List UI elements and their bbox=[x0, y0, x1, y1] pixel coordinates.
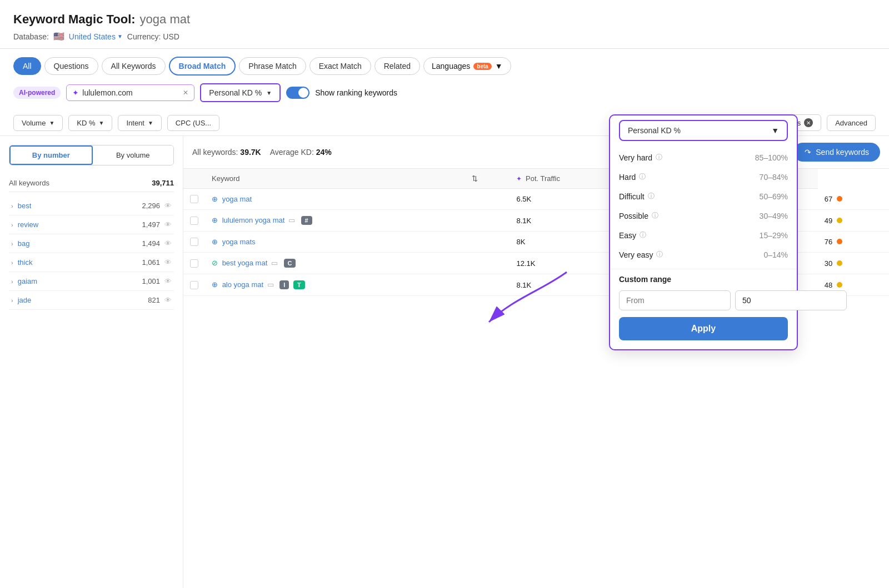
kd-dropdown-label: Personal KD % bbox=[209, 88, 262, 97]
keyword-link[interactable]: yoga mats bbox=[222, 238, 256, 246]
info-icon[interactable]: ⓘ bbox=[648, 192, 655, 201]
currency-label: Currency: USD bbox=[127, 32, 179, 41]
sidebar: By number By volume All keywords 39,711 … bbox=[0, 136, 183, 588]
expand-icon: › bbox=[11, 240, 13, 247]
kd-select-button[interactable]: Personal KD % ▼ bbox=[619, 120, 788, 141]
sparkle-icon: ✦ bbox=[516, 175, 522, 183]
kd-filter-chevron-icon: ▼ bbox=[99, 120, 104, 126]
all-keywords-count: 39.7K bbox=[240, 148, 261, 157]
keyword-col-label: Keyword bbox=[212, 174, 240, 183]
kd-options-list: Very hard ⓘ 85–100% Hard ⓘ 70–84% Diffic… bbox=[610, 143, 797, 269]
eye-icon[interactable]: 👁 bbox=[164, 258, 172, 267]
sidebar-item-best[interactable]: › best 2,296 👁 bbox=[9, 197, 174, 215]
tab-all-keywords[interactable]: All Keywords bbox=[102, 57, 166, 75]
chevron-down-icon: ▼ bbox=[117, 33, 123, 39]
sidebar-item-review[interactable]: › review 1,497 👁 bbox=[9, 215, 174, 234]
range-to-input[interactable] bbox=[735, 290, 847, 310]
intent-filter[interactable]: Intent ▼ bbox=[118, 115, 161, 131]
eye-icon[interactable]: 👁 bbox=[164, 277, 172, 285]
eye-icon[interactable]: 👁 bbox=[164, 202, 172, 210]
kd-dot bbox=[837, 282, 842, 288]
exclude-x-icon[interactable]: ✕ bbox=[804, 118, 813, 127]
eye-icon[interactable]: 👁 bbox=[164, 220, 172, 229]
add-icon[interactable]: ⊕ bbox=[212, 238, 218, 246]
kd-dropdown-trigger[interactable]: Personal KD % ▼ bbox=[200, 83, 281, 102]
header: Keyword Magic Tool: yoga mat Database: 🇺… bbox=[0, 0, 889, 48]
tab-questions[interactable]: Questions bbox=[44, 57, 98, 75]
kd-cell: 67 bbox=[818, 189, 889, 210]
domain-input[interactable] bbox=[82, 88, 179, 97]
row-checkbox[interactable] bbox=[190, 259, 198, 268]
info-icon[interactable]: ⓘ bbox=[640, 230, 646, 240]
expand-icon: › bbox=[11, 203, 13, 209]
keyword-link[interactable]: best yoga mat bbox=[222, 259, 268, 267]
send-keywords-button[interactable]: ↷ Send keywords bbox=[793, 143, 880, 162]
add-icon[interactable]: ⊕ bbox=[212, 195, 218, 203]
info-icon[interactable]: ⓘ bbox=[639, 172, 646, 182]
kd-label: KD % bbox=[77, 119, 95, 127]
by-volume-button[interactable]: By volume bbox=[93, 145, 174, 165]
kd-option-label: Possible ⓘ bbox=[619, 211, 658, 220]
domain-search-box[interactable]: ✦ ✕ bbox=[66, 84, 194, 101]
database-country: United States bbox=[69, 32, 116, 41]
col-checkbox bbox=[183, 169, 205, 189]
custom-range-title: Custom range bbox=[619, 275, 788, 284]
tab-broad-match[interactable]: Broad Match bbox=[169, 57, 236, 76]
kd-option-label: Easy ⓘ bbox=[619, 230, 646, 240]
kd-filter[interactable]: KD % ▼ bbox=[68, 115, 112, 131]
tab-related[interactable]: Related bbox=[374, 57, 420, 75]
kd-option-label: Hard ⓘ bbox=[619, 172, 646, 182]
range-from-input[interactable] bbox=[619, 290, 731, 310]
tab-phrase-match[interactable]: Phrase Match bbox=[239, 57, 306, 75]
toolbar: AI-powered ✦ ✕ Personal KD % ▼ Show rank… bbox=[0, 76, 889, 110]
apply-button[interactable]: Apply bbox=[619, 317, 788, 340]
info-icon[interactable]: ⓘ bbox=[656, 153, 662, 162]
kd-cell: 30 bbox=[818, 253, 889, 274]
kd-value: 48 bbox=[825, 281, 832, 289]
by-number-button[interactable]: By number bbox=[9, 145, 93, 165]
row-checkbox[interactable] bbox=[190, 195, 198, 203]
kd-option-difficult[interactable]: Difficult ⓘ 50–69% bbox=[610, 187, 797, 206]
keyword-link[interactable]: alo yoga mat bbox=[222, 280, 263, 289]
row-checkbox[interactable] bbox=[190, 238, 198, 246]
sort-icon[interactable]: ⇅ bbox=[472, 174, 478, 183]
sidebar-item-gaiam[interactable]: › gaiam 1,001 👁 bbox=[9, 272, 174, 291]
tabs-row: All Questions All Keywords Broad Match P… bbox=[0, 49, 889, 76]
keyword-link[interactable]: lululemon yoga mat bbox=[222, 216, 285, 224]
database-link[interactable]: United States ▼ bbox=[69, 32, 123, 41]
volume-filter[interactable]: Volume ▼ bbox=[13, 115, 63, 131]
info-icon[interactable]: ⓘ bbox=[652, 211, 658, 220]
kd-option-easy[interactable]: Easy ⓘ 15–29% bbox=[610, 225, 797, 245]
add-icon[interactable]: ⊕ bbox=[212, 216, 218, 224]
sidebar-item-jade[interactable]: › jade 821 👁 bbox=[9, 291, 174, 310]
tab-all[interactable]: All bbox=[13, 57, 41, 75]
row-checkbox[interactable] bbox=[190, 281, 198, 289]
add-icon[interactable]: ⊕ bbox=[212, 280, 218, 289]
kd-value: 30 bbox=[825, 259, 832, 268]
info-icon[interactable]: ⓘ bbox=[656, 250, 663, 259]
close-icon[interactable]: ✕ bbox=[183, 89, 188, 97]
advanced-label: Advanced bbox=[835, 119, 867, 127]
keyword-link[interactable]: yoga mat bbox=[222, 195, 252, 203]
eye-icon[interactable]: 👁 bbox=[164, 296, 172, 304]
tab-exact-match[interactable]: Exact Match bbox=[309, 57, 371, 75]
tag-t: T bbox=[293, 280, 305, 289]
sparkle-icon: ✦ bbox=[72, 88, 79, 97]
kd-option-label: Difficult ⓘ bbox=[619, 192, 655, 201]
sidebar-item-bag[interactable]: › bag 1,494 👁 bbox=[9, 234, 174, 253]
kd-option-very-easy[interactable]: Very easy ⓘ 0–14% bbox=[610, 245, 797, 264]
intent-label: Intent bbox=[126, 119, 144, 127]
eye-icon[interactable]: 👁 bbox=[164, 239, 172, 248]
sidebar-item-count: 1,497 bbox=[142, 220, 160, 229]
tab-languages[interactable]: Languages beta ▼ bbox=[423, 57, 511, 75]
advanced-button[interactable]: Advanced bbox=[827, 115, 876, 131]
kd-option-very-hard[interactable]: Very hard ⓘ 85–100% bbox=[610, 148, 797, 167]
row-checkbox[interactable] bbox=[190, 217, 198, 225]
cpc-filter[interactable]: CPC (US... bbox=[167, 115, 219, 131]
sidebar-item-label: bag bbox=[18, 239, 142, 248]
sidebar-item-thick[interactable]: › thick 1,061 👁 bbox=[9, 253, 174, 272]
show-ranking-toggle[interactable] bbox=[286, 87, 309, 99]
kd-range-difficult: 50–69% bbox=[760, 192, 788, 201]
kd-option-hard[interactable]: Hard ⓘ 70–84% bbox=[610, 167, 797, 187]
kd-option-possible[interactable]: Possible ⓘ 30–49% bbox=[610, 206, 797, 225]
